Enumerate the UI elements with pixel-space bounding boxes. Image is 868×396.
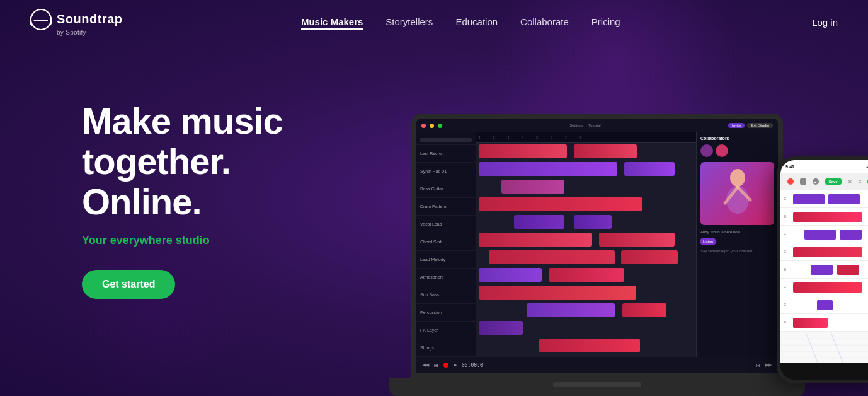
phone-daw-content: ≡ A ≡ ≡ bbox=[780, 190, 868, 363]
svg-point-1 bbox=[726, 186, 749, 214]
laptop-screen: Settings Tutorial Invite Exit Studio bbox=[411, 114, 783, 378]
hero-subtitle: Your everywhere studio bbox=[82, 234, 346, 247]
nav-collaborate[interactable]: Collaborate bbox=[520, 16, 569, 27]
daw-topbar: Settings Tutorial Invite Exit Studio bbox=[416, 119, 778, 132]
collaborators-panel: Collaborators bbox=[696, 132, 778, 357]
logo-sub: by Spotify bbox=[57, 29, 86, 36]
performer-svg bbox=[719, 168, 757, 219]
get-started-button[interactable]: Get started bbox=[82, 270, 175, 299]
daw-track-row-1 bbox=[476, 143, 696, 160]
nav-education[interactable]: Education bbox=[455, 16, 498, 27]
phone-controls: ▶ Save ✕ ≡ ♪ bbox=[780, 173, 868, 190]
track-label-1: Last Recruit bbox=[416, 145, 476, 163]
phone-vol-3: ≡ bbox=[780, 226, 789, 243]
track-label-2: Synth Pad 01 bbox=[416, 163, 476, 180]
nav-links: Music Makers Storytellers Education Coll… bbox=[301, 16, 620, 28]
logo: (—) Soundtrap by Spotify bbox=[30, 9, 123, 36]
collab-title: Collaborators bbox=[700, 136, 774, 141]
phone-vol-5: ≡ bbox=[780, 261, 789, 278]
phone-track-7: ≡ bbox=[780, 296, 868, 314]
phone-save-button[interactable]: Save bbox=[825, 178, 842, 185]
hero-text: Make music together. Online. Your everyw… bbox=[82, 63, 346, 299]
phone-track-8: ≡ bbox=[780, 314, 868, 332]
track-label-9: Sub Bass bbox=[416, 286, 476, 304]
track-label-7: Lead Melody bbox=[416, 251, 476, 269]
track-label-6: Chord Stab bbox=[416, 233, 476, 251]
phone-vol-4: ≡ bbox=[780, 243, 789, 260]
phone-vol-6: ≡ bbox=[780, 279, 789, 296]
phone-vol-7: ≡ bbox=[780, 296, 789, 313]
hero-section: Make music together. Online. Your everyw… bbox=[0, 44, 868, 396]
daw-track-row-7 bbox=[476, 248, 696, 266]
phone-record-btn[interactable] bbox=[787, 178, 794, 185]
track-label-10: Percussion bbox=[416, 304, 476, 322]
hero-title: Make music together. Online. bbox=[82, 101, 346, 221]
daw-track-row-2 bbox=[476, 160, 696, 178]
phone-vol-1: ≡ bbox=[780, 190, 789, 207]
daw-track-row-10 bbox=[476, 301, 696, 319]
phone-mockup: 9:41 ▲ ▲ ▊ ▶ Save ✕ ≡ ♪ ≡ bbox=[777, 156, 868, 383]
avatar-1 bbox=[700, 144, 713, 157]
phone-time: 9:41 bbox=[785, 165, 794, 169]
phone-track-4: ≡ bbox=[780, 243, 868, 261]
phone-piano-roll bbox=[780, 332, 868, 363]
daw-track-row-3 bbox=[476, 178, 696, 195]
window-maximize-dot bbox=[438, 124, 442, 128]
daw-tracks: 1 2 3 4 5 6 7 8 bbox=[476, 132, 696, 357]
navigation: (—) Soundtrap by Spotify Music Makers St… bbox=[0, 0, 868, 44]
daw-track-row-9 bbox=[476, 284, 696, 301]
daw-track-row-6 bbox=[476, 231, 696, 248]
login-button[interactable]: Log in bbox=[812, 17, 838, 28]
track-label-4: Drum Pattern bbox=[416, 198, 476, 216]
phone-vol-8: ≡ bbox=[780, 314, 789, 331]
collab-avatars bbox=[700, 144, 774, 157]
daw-sidebar: Last Recruit Synth Pad 01 Bass Guitar Dr… bbox=[416, 132, 476, 357]
listen-btn[interactable]: Listen bbox=[700, 238, 716, 245]
daw-time: 00:00:0 bbox=[462, 363, 483, 368]
daw-screen: Settings Tutorial Invite Exit Studio bbox=[416, 119, 778, 373]
devices-area: Settings Tutorial Invite Exit Studio bbox=[396, 43, 868, 396]
nav-pricing[interactable]: Pricing bbox=[591, 16, 620, 27]
daw-track-row-8 bbox=[476, 266, 696, 284]
phone-status-icons: ▲ ▲ ▊ bbox=[865, 165, 868, 169]
collab-message: Abby Smith is here now bbox=[700, 230, 774, 234]
logo-name: Soundtrap bbox=[57, 12, 123, 26]
phone-track-6: ≡ bbox=[780, 279, 868, 296]
nav-storytellers[interactable]: Storytellers bbox=[385, 16, 433, 27]
window-close-dot bbox=[421, 124, 426, 128]
daw-track-row-12 bbox=[476, 337, 696, 354]
phone-vol-2: ≡ bbox=[780, 208, 789, 225]
daw-track-row-5 bbox=[476, 213, 696, 231]
phone-topbar: 9:41 ▲ ▲ ▊ bbox=[780, 160, 868, 173]
nav-divider bbox=[799, 15, 799, 29]
track-label-5: Vocal Lead bbox=[416, 216, 476, 233]
laptop-base-shine bbox=[553, 382, 641, 387]
avatar-2 bbox=[716, 144, 728, 157]
daw-track-row-11 bbox=[476, 319, 696, 337]
track-label-11: FX Layer bbox=[416, 322, 476, 339]
daw-content: Last Recruit Synth Pad 01 Bass Guitar Dr… bbox=[416, 132, 778, 357]
window-minimize-dot bbox=[430, 124, 434, 128]
daw-track-row-4 bbox=[476, 195, 696, 213]
track-label-8: Atmosphere bbox=[416, 269, 476, 286]
phone-track-2: ≡ bbox=[780, 208, 868, 226]
collab-image bbox=[700, 162, 774, 225]
record-btn[interactable] bbox=[443, 363, 448, 368]
laptop-mockup: Settings Tutorial Invite Exit Studio bbox=[396, 93, 799, 396]
track-label-3: Bass Guitar bbox=[416, 180, 476, 198]
phone-track-3: ≡ bbox=[780, 226, 868, 243]
collab-type-prompt: Say something to your collabor... bbox=[700, 249, 774, 253]
laptop-body bbox=[389, 378, 805, 396]
nav-right: Log in bbox=[799, 15, 838, 29]
svg-line-8 bbox=[806, 332, 818, 363]
nav-music-makers[interactable]: Music Makers bbox=[301, 16, 363, 30]
svg-point-0 bbox=[730, 169, 745, 187]
daw-bottombar: ◀◀ ⏮ ▶ 00:00:0 ⏭ ▶▶ bbox=[416, 357, 778, 373]
phone-track-5: ≡ bbox=[780, 261, 868, 279]
svg-line-9 bbox=[831, 332, 843, 363]
phone-stop-btn[interactable] bbox=[800, 178, 806, 185]
phone-track-1: ≡ A bbox=[780, 190, 868, 208]
track-label-12: Strings bbox=[416, 339, 476, 357]
logo-icon: (—) bbox=[30, 9, 52, 30]
